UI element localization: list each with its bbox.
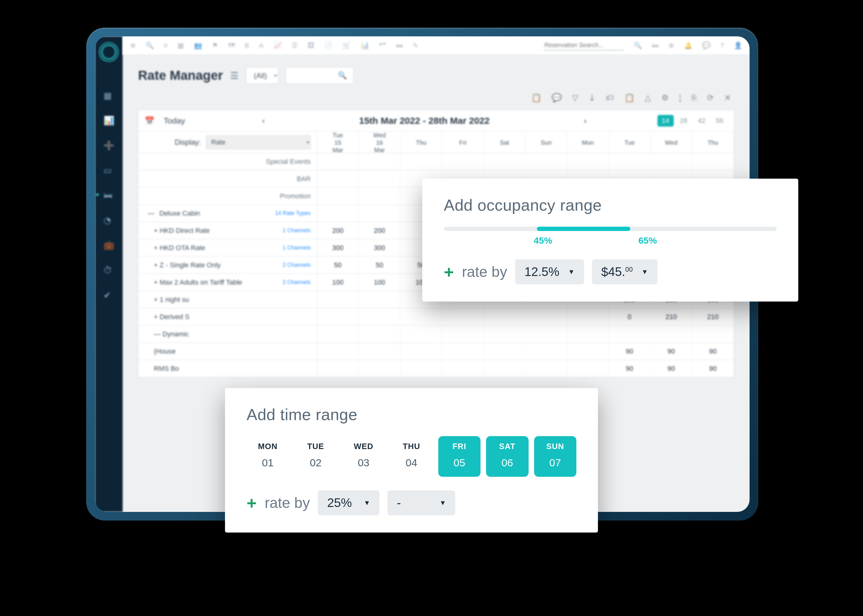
check-icon[interactable]: ✔ — [104, 290, 114, 300]
download-icon[interactable]: ⤓ — [589, 93, 595, 102]
reservation-search-input[interactable] — [544, 40, 624, 50]
rate-by-label: rate by — [462, 263, 507, 280]
stack-icon[interactable]: ☰ — [230, 70, 239, 81]
occupancy-title: Add occupancy range — [444, 196, 777, 214]
calendar-icon[interactable]: 📅 — [145, 116, 154, 126]
day-toggle[interactable]: WED03 — [342, 436, 385, 477]
plus-icon: + — [247, 493, 257, 513]
pie-icon[interactable]: ◔ — [104, 215, 114, 225]
group-name: Deluxe Cabin — [159, 209, 200, 217]
prev-icon[interactable]: ‹ — [262, 116, 265, 126]
day-header: Sun — [526, 132, 567, 154]
tag-icon[interactable]: 🏷 — [606, 93, 614, 102]
close-icon[interactable]: ✕ — [724, 93, 731, 102]
chat-icon[interactable]: 💬 — [702, 42, 710, 50]
image-icon[interactable]: 🖼 — [308, 42, 314, 50]
occupancy-range-card: Add occupancy range 45% 65% + rate by 12… — [422, 179, 798, 302]
day-header: Mon — [567, 132, 609, 154]
alert-icon[interactable]: △ — [645, 93, 651, 102]
quote-icon[interactable]: ❝❞ — [379, 42, 386, 50]
day-header: Thu — [692, 132, 734, 154]
rate-row[interactable]: (House909090 — [138, 343, 734, 360]
time-percent-dropdown[interactable]: 25%▼ — [318, 490, 380, 515]
day-toggle[interactable]: SUN07 — [534, 436, 576, 477]
trend-icon[interactable]: 📈 — [273, 42, 282, 50]
search-icon[interactable]: 🔍 — [145, 42, 154, 50]
rate-row[interactable]: RMS Bo909090 — [138, 360, 734, 377]
range-chip[interactable]: 42 — [693, 115, 710, 127]
range-chip[interactable]: 14 — [657, 115, 674, 127]
time-title: Add time range — [247, 405, 576, 424]
page-header: Rate Manager ☰ (All) 🔍 — [123, 55, 750, 93]
flag-icon[interactable]: ⚑ — [212, 42, 218, 50]
bullets-icon[interactable]: ☰ — [291, 42, 298, 50]
day-header: Sat — [484, 132, 526, 154]
plus-icon: + — [444, 262, 454, 282]
day-toggle[interactable]: MON01 — [247, 436, 289, 477]
search-box[interactable]: 🔍 — [286, 67, 354, 84]
briefcase-icon[interactable]: 💼 — [104, 240, 114, 250]
day-header: Thu — [400, 132, 442, 154]
card-icon[interactable]: ▭ — [104, 165, 114, 176]
export-icon[interactable]: ⎘ — [691, 93, 696, 102]
help-icon[interactable]: ? — [720, 42, 724, 50]
table-icon[interactable]: ▦ — [178, 42, 184, 50]
group-meta: 14 Rate Types — [275, 210, 311, 217]
bold-icon[interactable]: B — [245, 42, 249, 50]
refresh-icon[interactable]: ⟳ — [707, 93, 714, 102]
grid-icon[interactable]: ▦ — [104, 91, 114, 101]
day-toggle[interactable]: THU04 — [390, 436, 432, 477]
bell-icon[interactable]: 🔔 — [684, 42, 692, 50]
add-icon[interactable]: ➕ — [104, 140, 114, 151]
gauge-icon[interactable]: ⏱ — [104, 265, 114, 275]
next-icon[interactable]: › — [584, 116, 587, 126]
map-icon[interactable]: 🗺 — [228, 42, 235, 50]
day-toggle[interactable]: SAT06 — [486, 436, 528, 477]
date-navigator: 📅 Today ‹ 15th Mar 2022 - 28th Mar 2022 … — [138, 110, 734, 132]
bed2-icon[interactable]: 🛏 — [396, 42, 403, 50]
today-button[interactable]: Today — [164, 116, 185, 126]
rate-percent-dropdown[interactable]: 12.5%▼ — [515, 259, 584, 284]
action-toolbar: 📋 💬 ▽ ⤓ 🏷 📋 △ ⚙ ¦ ⎘ ⟳ ✕ — [123, 93, 750, 110]
topbar: ⊕ 🔍 ≡ ▦ 👥 ⚑ 🗺 B A 📈 ☰ 🖼 📄 🛒 📊 ❝❞ 🛏 ✎ — [123, 36, 750, 55]
occupancy-low: 45% — [534, 235, 552, 246]
range-chip[interactable]: 56 — [712, 115, 728, 127]
time-amount-dropdown[interactable]: -▼ — [387, 490, 455, 515]
tool-icon[interactable]: ✎ — [413, 42, 418, 50]
user-icon[interactable]: 👤 — [734, 42, 742, 50]
people-icon[interactable]: 👥 — [194, 42, 202, 50]
comment-icon[interactable]: 💬 — [552, 93, 562, 102]
day-toggle[interactable]: FRI05 — [438, 436, 480, 477]
gear-icon[interactable]: ⚙ — [661, 93, 669, 102]
info-icon[interactable]: ¦ — [679, 93, 681, 102]
rate-amount-dropdown[interactable]: $45.00▼ — [592, 259, 657, 284]
cart-icon[interactable]: 🛒 — [342, 42, 351, 50]
sidebar: ▦ 📊 ➕ ▭ 🛏 ◔ 💼 ⏱ ✔ — [95, 36, 123, 512]
search2-icon[interactable]: 🔍 — [634, 42, 642, 50]
page-title: Rate Manager — [138, 68, 223, 83]
range-chip[interactable]: 28 — [676, 115, 691, 127]
clipboard-icon[interactable]: 📋 — [531, 93, 541, 102]
day-header: Wed — [650, 132, 692, 154]
rate-row[interactable]: + Derived S0210210 — [138, 308, 734, 325]
time-range-card: Add time range MON01TUE02WED03THU04FRI05… — [225, 388, 598, 533]
bars-icon[interactable]: 📊 — [361, 42, 369, 50]
occupancy-slider[interactable] — [444, 227, 777, 231]
display-select[interactable]: Rate — [206, 135, 311, 149]
font-icon[interactable]: A — [259, 42, 264, 50]
chart-icon[interactable]: 📊 — [104, 115, 114, 126]
filter-select[interactable]: (All) — [246, 67, 278, 84]
bed3-icon[interactable]: 🛏 — [652, 42, 659, 50]
rate-row[interactable]: — Dynamic — [138, 325, 734, 343]
funnel-icon[interactable]: ▽ — [572, 93, 578, 102]
bed-icon[interactable]: 🛏 — [104, 190, 114, 201]
globe-icon[interactable]: ⊕ — [669, 42, 674, 50]
plus-circle-icon[interactable]: ⊕ — [130, 42, 135, 50]
date-range-label: 15th Mar 2022 - 28th Mar 2022 — [274, 115, 575, 126]
app-logo-icon[interactable] — [101, 44, 117, 60]
clipboard2-icon[interactable]: 📋 — [624, 93, 634, 102]
time-pct-value: 25% — [327, 496, 352, 510]
list-icon[interactable]: ≡ — [164, 42, 168, 50]
doc-icon[interactable]: 📄 — [324, 42, 332, 50]
day-toggle[interactable]: TUE02 — [294, 436, 337, 477]
